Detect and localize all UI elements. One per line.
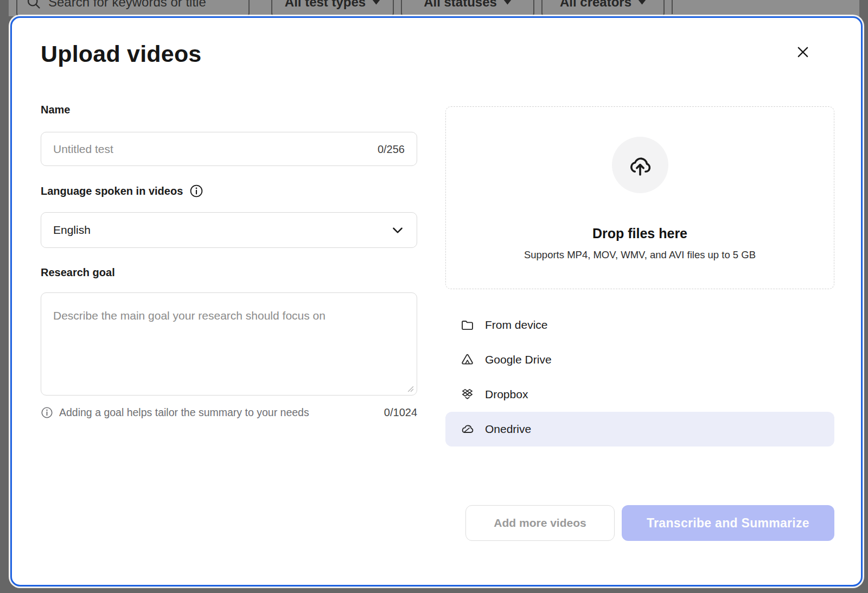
chevron-down-icon bbox=[391, 223, 405, 237]
cloud-upload-icon bbox=[628, 152, 653, 177]
source-onedrive[interactable]: Onedrive bbox=[445, 412, 834, 447]
resize-handle[interactable] bbox=[407, 385, 414, 392]
close-button[interactable] bbox=[793, 42, 813, 62]
research-goal-helper: Adding a goal helps tailor the summary t… bbox=[41, 406, 417, 419]
file-dropzone[interactable]: Drop files here Supports MP4, MOV, WMV, … bbox=[445, 106, 834, 289]
upload-videos-dialog: Upload videos Name 0/256 Language spoken… bbox=[10, 16, 863, 586]
source-from-device[interactable]: From device bbox=[445, 308, 834, 342]
search-icon bbox=[26, 0, 41, 10]
language-select[interactable]: English bbox=[41, 212, 417, 248]
folder-icon bbox=[460, 318, 475, 333]
name-char-counter: 0/256 bbox=[378, 143, 405, 155]
dropzone-title: Drop files here bbox=[592, 226, 687, 241]
caret-down-icon bbox=[638, 0, 646, 5]
background-toolbar: Search for keywords or title All test ty… bbox=[9, 0, 859, 16]
goal-char-counter: 0/1024 bbox=[384, 406, 417, 419]
helper-text: Adding a goal helps tailor the summary t… bbox=[59, 406, 309, 419]
dropzone-subtitle: Supports MP4, MOV, WMV, and AVI files up… bbox=[524, 249, 756, 261]
toolbar-divider bbox=[672, 0, 673, 14]
source-google-drive[interactable]: Google Drive bbox=[445, 342, 834, 377]
research-goal-textarea[interactable] bbox=[41, 293, 417, 395]
caret-down-icon bbox=[372, 0, 380, 5]
research-goal-shell bbox=[41, 292, 417, 396]
name-field-shell: 0/256 bbox=[41, 132, 417, 166]
language-label: Language spoken in videos bbox=[41, 184, 203, 198]
background-search-placeholder: Search for keywords or title bbox=[48, 0, 206, 10]
upload-source-list: From device Google Drive bbox=[445, 308, 834, 447]
google-drive-icon bbox=[460, 353, 475, 367]
transcribe-and-summarize-button[interactable]: Transcribe and Summarize bbox=[622, 505, 834, 541]
dialog-title: Upload videos bbox=[41, 41, 201, 67]
research-goal-label: Research goal bbox=[41, 266, 115, 279]
dropbox-icon bbox=[460, 387, 475, 402]
source-dropbox[interactable]: Dropbox bbox=[445, 377, 834, 412]
name-input[interactable] bbox=[41, 132, 417, 165]
onedrive-icon bbox=[460, 422, 475, 437]
close-icon bbox=[795, 44, 810, 60]
name-label: Name bbox=[41, 104, 70, 116]
upload-icon-circle bbox=[612, 137, 668, 193]
caret-down-icon bbox=[503, 0, 512, 5]
info-icon[interactable] bbox=[189, 184, 203, 198]
add-more-videos-button[interactable]: Add more videos bbox=[465, 505, 615, 541]
info-icon bbox=[41, 406, 53, 419]
language-value: English bbox=[53, 224, 91, 237]
